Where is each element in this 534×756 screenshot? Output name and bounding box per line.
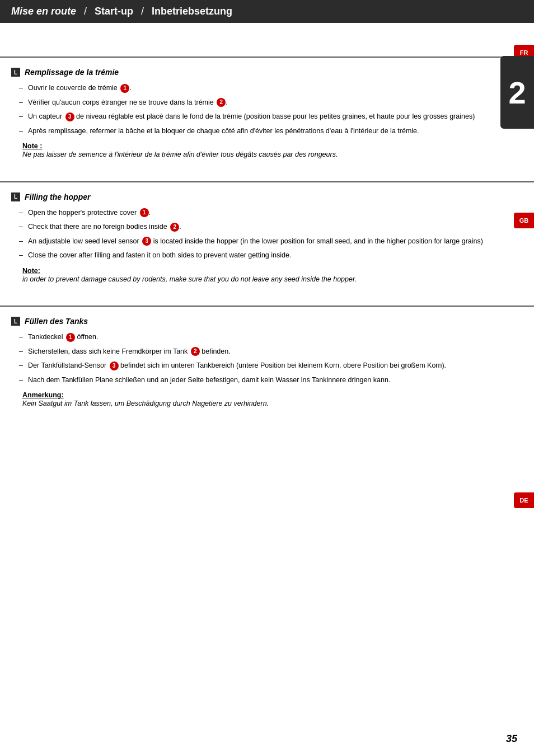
fr-section-title: L Remplissage de la trémie <box>11 68 517 77</box>
gb-bullet-2: Check that there are no foreign bodies i… <box>22 222 517 232</box>
de-section-title: L Füllen des Tanks <box>11 317 517 326</box>
gb-section-heading: Filling the hopper <box>25 192 90 201</box>
page-number: 35 <box>506 733 517 745</box>
gb-section-title: L Filling the hopper <box>11 192 517 201</box>
gb-note: Note: in order to prevent damage caused … <box>11 266 517 285</box>
header-sep1: / <box>84 6 87 17</box>
header-title-mise-en-route: Mise en route <box>11 6 76 17</box>
de-bullet-3: Der Tankfüllstand-Sensor 3 befindet sich… <box>22 361 517 371</box>
fr-note: Note : Ne pas laisser de semence à l'int… <box>11 142 517 160</box>
gb-bullet-4: Close the cover after filling and fasten… <box>22 251 517 261</box>
de-note-text: Kein Saatgut im Tank lassen, um Beschädi… <box>22 400 269 407</box>
lang-tab-de[interactable]: DE <box>514 492 534 508</box>
fr-note-label: Note : <box>22 142 42 150</box>
gb-note-text: in order to prevent damage caused by rod… <box>22 275 357 283</box>
gb-bullet-list: Open the hopper's protective cover 1. Ch… <box>11 208 517 261</box>
fr-bullet-list: Ouvrir le couvercle de trémie 1. Vérifie… <box>11 83 517 136</box>
header-sep2: / <box>141 6 144 17</box>
page-header: Mise en route / Start-up / Inbetriebsetz… <box>0 0 534 23</box>
fr-bullet-1: Ouvrir le couvercle de trémie 1. <box>22 83 517 93</box>
de-note-label: Anmerkung: <box>22 391 64 399</box>
de-bullet-4: Nach dem Tankfüllen Plane schließen und … <box>22 375 517 386</box>
de-bullet-2: Sicherstellen, dass sich keine Fremdkörp… <box>22 347 517 357</box>
fr-note-text: Ne pas laisser de semence à l'intérieur … <box>22 151 338 158</box>
gb-bullet-3: An adjustable low seed level sensor 3 is… <box>22 237 517 247</box>
de-section-heading: Füllen des Tanks <box>25 317 88 326</box>
gb-section-icon: L <box>11 192 20 201</box>
fr-section-heading: Remplissage de la trémie <box>25 68 119 77</box>
gb-note-label: Note: <box>22 267 40 275</box>
de-bullet-1: Tankdeckel 1 öffnen. <box>22 332 517 342</box>
fr-section-icon: L <box>11 68 20 77</box>
fr-bullet-4: Après remplissage, refermer la bâche et … <box>22 126 517 137</box>
header-title-startup: Start-up <box>95 6 133 17</box>
gb-section: L Filling the hopper Open the hopper's p… <box>0 181 534 295</box>
de-section: L Füllen des Tanks Tankdeckel 1 öffnen. … <box>0 306 534 419</box>
de-bullet-list: Tankdeckel 1 öffnen. Sicherstellen, dass… <box>11 332 517 385</box>
gb-bullet-1: Open the hopper's protective cover 1. <box>22 208 517 218</box>
de-section-icon: L <box>11 317 20 326</box>
de-note: Anmerkung: Kein Saatgut im Tank lassen, … <box>11 391 517 409</box>
header-title-inbetrieb: Inbetriebsetzung <box>152 6 232 17</box>
fr-bullet-3: Un capteur 3 de niveau réglable est plac… <box>22 112 517 122</box>
fr-section: L Remplissage de la trémie Ouvrir le cou… <box>0 57 534 170</box>
fr-bullet-2: Vérifier qu'aucun corps étranger ne se t… <box>22 98 517 108</box>
